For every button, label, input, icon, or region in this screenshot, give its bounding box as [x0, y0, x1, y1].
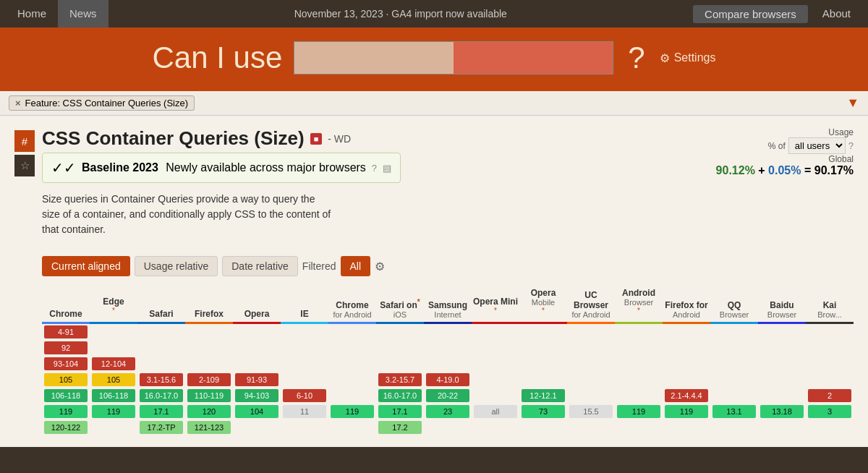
compat-cell[interactable]	[758, 323, 806, 341]
compat-cell[interactable]	[90, 419, 137, 435]
compat-cell[interactable]	[472, 372, 519, 388]
compat-cell[interactable]	[281, 356, 328, 372]
compat-cell[interactable]	[424, 323, 472, 341]
tab-all[interactable]: All	[341, 256, 371, 276]
compat-cell[interactable]	[710, 419, 758, 435]
compat-cell[interactable]: 16.0-17.0	[137, 388, 185, 404]
search-input-1[interactable]	[294, 42, 454, 74]
usage-help-icon[interactable]: ?	[848, 140, 854, 151]
compat-cell[interactable]: 3.2-15.7	[376, 372, 424, 388]
compat-cell[interactable]	[281, 419, 328, 435]
compat-cell[interactable]: 20-22	[424, 388, 472, 404]
search-input-2[interactable]	[454, 42, 613, 74]
compat-cell[interactable]	[663, 340, 710, 356]
compat-cell[interactable]	[710, 356, 758, 372]
compat-cell[interactable]: 13.18	[758, 404, 806, 419]
compat-cell[interactable]: 3.1-15.6	[137, 372, 185, 388]
compat-cell[interactable]	[663, 372, 710, 388]
compat-cell[interactable]	[615, 388, 663, 404]
compat-cell[interactable]	[185, 340, 233, 356]
compat-cell[interactable]	[663, 356, 710, 372]
compat-cell[interactable]: 23	[424, 404, 472, 419]
compat-cell[interactable]: 2.1-4.4.4	[663, 388, 710, 404]
compat-cell[interactable]	[233, 340, 281, 356]
compat-cell[interactable]	[806, 340, 854, 356]
compat-cell[interactable]	[615, 323, 663, 341]
compat-cell[interactable]: 4-91	[42, 323, 90, 341]
compat-cell[interactable]: 91-93	[233, 372, 281, 388]
compat-cell[interactable]	[472, 340, 519, 356]
compat-cell[interactable]	[328, 340, 376, 356]
compat-cell[interactable]	[519, 323, 567, 341]
compat-cell[interactable]: 17.1	[137, 404, 185, 419]
search-tag[interactable]: × Feature: CSS Container Queries (Size)	[9, 95, 195, 111]
compat-cell[interactable]	[567, 419, 615, 435]
compat-cell[interactable]	[806, 356, 854, 372]
compat-cell[interactable]	[233, 356, 281, 372]
compat-cell[interactable]: 104	[233, 404, 281, 419]
nav-about[interactable]: About	[811, 0, 862, 27]
compat-cell[interactable]	[567, 388, 615, 404]
compat-cell[interactable]	[328, 388, 376, 404]
nav-news[interactable]: News	[58, 0, 109, 27]
compat-cell[interactable]	[328, 372, 376, 388]
compat-cell[interactable]	[424, 356, 472, 372]
compat-cell[interactable]: 119	[90, 404, 137, 419]
star-icon[interactable]: ☆	[14, 155, 35, 176]
compat-cell[interactable]: 105	[42, 372, 90, 388]
compat-cell[interactable]	[328, 419, 376, 435]
compat-cell[interactable]	[567, 340, 615, 356]
compat-cell[interactable]: 94-103	[233, 388, 281, 404]
compat-cell[interactable]: 3	[806, 404, 854, 419]
compat-cell[interactable]: 11	[281, 404, 328, 419]
compat-cell[interactable]	[567, 323, 615, 341]
compat-cell[interactable]	[758, 388, 806, 404]
compat-cell[interactable]	[233, 323, 281, 341]
compat-cell[interactable]	[567, 372, 615, 388]
compat-cell[interactable]	[376, 356, 424, 372]
compat-cell[interactable]	[615, 372, 663, 388]
compat-cell[interactable]	[424, 419, 472, 435]
compat-cell[interactable]	[758, 419, 806, 435]
compat-cell[interactable]: 12-104	[90, 356, 137, 372]
compat-cell[interactable]: 12-12.1	[519, 388, 567, 404]
compat-cell[interactable]	[472, 388, 519, 404]
compat-cell[interactable]	[90, 340, 137, 356]
hash-icon[interactable]: #	[14, 130, 35, 152]
compat-cell[interactable]	[567, 356, 615, 372]
compat-cell[interactable]	[806, 419, 854, 435]
compare-button[interactable]: Compare browsers	[693, 5, 808, 23]
compat-cell[interactable]: 4-19.0	[424, 372, 472, 388]
nav-home[interactable]: Home	[6, 0, 58, 27]
compat-cell[interactable]	[137, 323, 185, 341]
compat-cell[interactable]	[519, 419, 567, 435]
table-settings-icon[interactable]: ⚙	[375, 260, 385, 273]
compat-cell[interactable]: 119	[663, 404, 710, 419]
compat-cell[interactable]: 16.0-17.0	[376, 388, 424, 404]
compat-cell[interactable]	[758, 356, 806, 372]
compat-cell[interactable]: 106-118	[90, 388, 137, 404]
compat-cell[interactable]: 17.2-TP	[137, 419, 185, 435]
compat-cell[interactable]	[710, 372, 758, 388]
compat-cell[interactable]	[710, 340, 758, 356]
compat-cell[interactable]: 93-104	[42, 356, 90, 372]
settings-button[interactable]: ⚙ Settings	[660, 51, 716, 65]
compat-cell[interactable]	[185, 323, 233, 341]
compat-cell[interactable]	[663, 419, 710, 435]
compat-cell[interactable]: 2-109	[185, 372, 233, 388]
compat-cell[interactable]: 121-123	[185, 419, 233, 435]
compat-cell[interactable]: 120	[185, 404, 233, 419]
compat-cell[interactable]: 17.2	[376, 419, 424, 435]
compat-cell[interactable]	[281, 340, 328, 356]
compat-cell[interactable]: 106-118	[42, 388, 90, 404]
compat-cell[interactable]: 13.1	[710, 404, 758, 419]
users-select[interactable]: all users	[788, 137, 846, 154]
compat-cell[interactable]	[472, 356, 519, 372]
compat-cell[interactable]	[710, 388, 758, 404]
compat-cell[interactable]	[615, 356, 663, 372]
compat-cell[interactable]	[758, 340, 806, 356]
compat-cell[interactable]	[806, 323, 854, 341]
compat-cell[interactable]	[281, 372, 328, 388]
compat-cell[interactable]	[328, 356, 376, 372]
compat-cell[interactable]	[663, 323, 710, 341]
